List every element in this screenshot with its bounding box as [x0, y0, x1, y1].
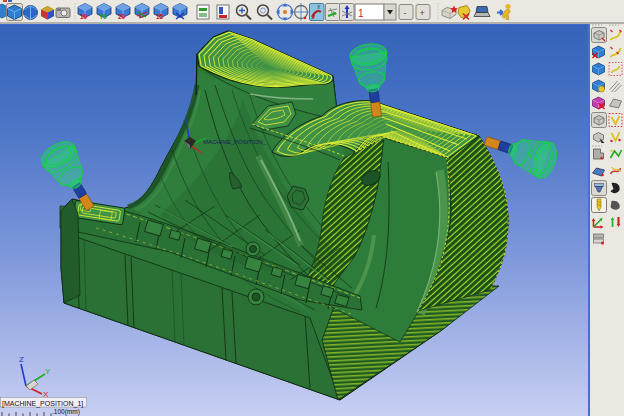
svg-text:-: - [404, 8, 407, 18]
svg-text:1: 1 [358, 8, 364, 19]
svg-text:+: + [420, 8, 425, 18]
svg-text:MACHINE_POSITION_: MACHINE_POSITION_ [203, 139, 267, 145]
svg-text:20: 20 [118, 13, 126, 20]
svg-text:Z: Z [19, 355, 24, 364]
svg-text:Y: Y [45, 367, 51, 376]
svg-text:10: 10 [80, 13, 88, 20]
svg-text:.100(mm): .100(mm) [52, 408, 80, 416]
svg-text:Z: Z [185, 117, 189, 123]
svg-text:15: 15 [156, 13, 164, 20]
svg-text:[MACHINE_POSITION_1]: [MACHINE_POSITION_1] [2, 400, 83, 408]
svg-text:Y0: Y0 [99, 13, 107, 20]
